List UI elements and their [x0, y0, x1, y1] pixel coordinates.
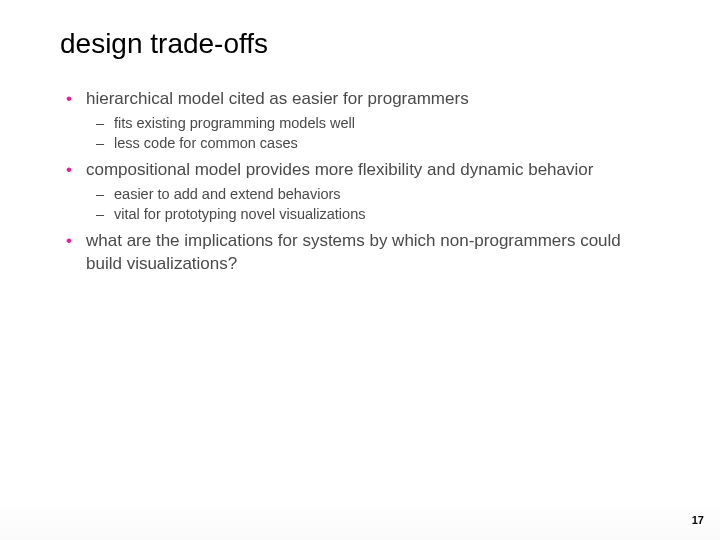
sub-list-item: easier to add and extend behaviors — [86, 185, 660, 205]
sub-list-item: less code for common cases — [86, 134, 660, 154]
bullet-list: hierarchical model cited as easier for p… — [60, 88, 660, 275]
list-item: compositional model provides more flexib… — [60, 159, 660, 224]
list-item: hierarchical model cited as easier for p… — [60, 88, 660, 153]
footer-band — [0, 498, 720, 540]
bullet-text: what are the implications for systems by… — [86, 231, 621, 272]
sub-list-item: vital for prototyping novel visualizatio… — [86, 205, 660, 225]
sub-list: easier to add and extend behaviors vital… — [86, 185, 660, 224]
sub-list-item: fits existing programming models well — [86, 114, 660, 134]
bullet-text: hierarchical model cited as easier for p… — [86, 89, 469, 108]
list-item: what are the implications for systems by… — [60, 230, 660, 274]
page-number: 17 — [692, 514, 704, 526]
sub-list: fits existing programming models well le… — [86, 114, 660, 153]
slide: design trade-offs hierarchical model cit… — [0, 0, 720, 540]
bullet-text: compositional model provides more flexib… — [86, 160, 593, 179]
slide-title: design trade-offs — [60, 28, 660, 60]
